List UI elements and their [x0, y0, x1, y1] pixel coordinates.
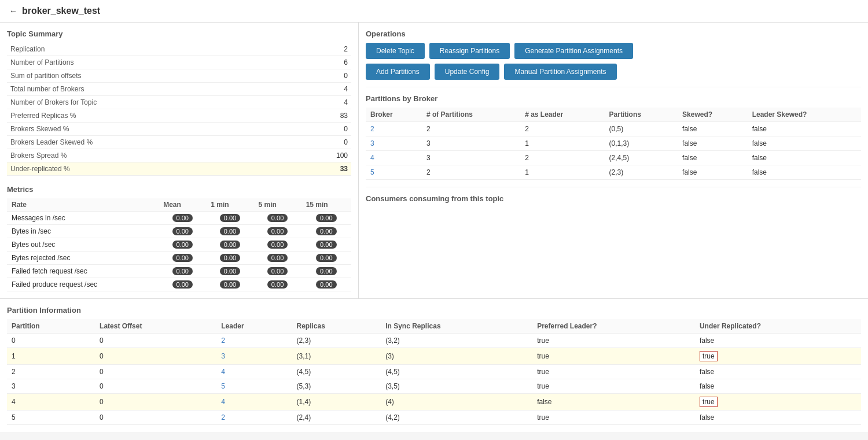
summary-label: Brokers Spread % [7, 149, 214, 162]
broker-num-partitions: 3 [422, 151, 520, 165]
summary-row: Sum of partition offsets0 [7, 69, 351, 83]
operations-row1: Delete Topic Reassign Partitions Generat… [366, 43, 861, 59]
partition-under-replicated: true [695, 394, 861, 411]
under-replicated-badge: true [700, 351, 718, 361]
summary-value: 2 [214, 43, 351, 56]
metrics-row: Failed fetch request /sec0.000.000.000.0… [7, 265, 351, 278]
partition-in-sync: (4) [381, 394, 532, 411]
partition-leader[interactable]: 2 [216, 334, 292, 348]
metrics-badge: 0.00 [316, 214, 336, 222]
partition-id: 4 [7, 394, 95, 411]
broker-skewed: false [678, 136, 748, 151]
metrics-badge: 0.00 [316, 227, 336, 235]
partition-latest-offset: 0 [95, 411, 216, 425]
partition-replicas: (2,4) [292, 411, 381, 425]
metrics-value: 0.00 [301, 225, 351, 238]
partition-preferred-leader: true [532, 365, 695, 379]
metrics-badge: 0.00 [172, 267, 193, 275]
broker-col-leader-skewed: Leader Skewed? [748, 108, 861, 122]
partition-leader[interactable]: 4 [216, 394, 292, 411]
broker-skewed: false [678, 151, 748, 165]
metrics-value: 0.00 [206, 238, 253, 252]
consumers-title: Consumers consuming from this topic [366, 194, 861, 203]
summary-label: Under-replicated % [7, 162, 214, 176]
summary-label: Preferred Replicas % [7, 109, 214, 123]
broker-partitions: (2,3) [605, 165, 678, 180]
summary-value: 0 [214, 123, 351, 136]
generate-partition-assignments-button[interactable]: Generate Partition Assignments [514, 43, 633, 59]
partition-in-sync: (3) [381, 348, 532, 365]
delete-topic-button[interactable]: Delete Topic [366, 43, 425, 59]
partition-in-sync: (3,2) [381, 334, 532, 348]
partition-replicas: (1,4) [292, 394, 381, 411]
main-content: Topic Summary Replication2Number of Part… [0, 23, 868, 298]
metrics-badge: 0.00 [220, 280, 240, 289]
metrics-label: Bytes rejected /sec [7, 252, 159, 265]
metrics-table: Rate Mean 1 min 5 min 15 min Messages in… [7, 198, 351, 291]
metrics-value: 0.00 [159, 252, 206, 265]
broker-col-skewed: Skewed? [678, 108, 748, 122]
right-panel: Operations Delete Topic Reassign Partiti… [359, 23, 868, 298]
partition-leader[interactable]: 4 [216, 365, 292, 379]
metrics-badge: 0.00 [220, 267, 240, 275]
metrics-value: 0.00 [159, 278, 206, 291]
partition-preferred-leader: false [532, 394, 695, 411]
summary-value: 0 [214, 69, 351, 83]
metrics-label: Failed produce request /sec [7, 278, 159, 291]
partition-leader[interactable]: 3 [216, 348, 292, 365]
partition-leader[interactable]: 5 [216, 379, 292, 394]
broker-id[interactable]: 5 [366, 165, 422, 180]
metrics-badge: 0.00 [316, 267, 336, 275]
metrics-badge: 0.00 [267, 227, 288, 235]
metrics-badge: 0.00 [172, 214, 193, 222]
partition-table: Partition Latest Offset Leader Replicas … [7, 319, 861, 425]
broker-id[interactable]: 4 [366, 151, 422, 165]
summary-label: Brokers Leader Skewed % [7, 136, 214, 149]
partition-leader[interactable]: 2 [216, 411, 292, 425]
partition-latest-offset: 0 [95, 394, 216, 411]
update-config-button[interactable]: Update Config [435, 64, 500, 80]
metrics-badge: 0.00 [220, 214, 240, 222]
metrics-col-5min: 5 min [254, 198, 301, 212]
summary-value: 4 [214, 83, 351, 96]
metrics-badge: 0.00 [267, 254, 288, 262]
part-col-in-sync: In Sync Replicas [381, 319, 532, 334]
broker-as-leader: 2 [520, 151, 604, 165]
summary-row: Number of Brokers for Topic4 [7, 96, 351, 109]
reassign-partitions-button[interactable]: Reassign Partitions [429, 43, 510, 59]
metrics-badge: 0.00 [172, 254, 193, 262]
metrics-col-15min: 15 min [301, 198, 351, 212]
broker-id[interactable]: 2 [366, 122, 422, 136]
partition-in-sync: (4,2) [381, 411, 532, 425]
summary-label: Number of Partitions [7, 56, 214, 69]
metrics-label: Bytes out /sec [7, 238, 159, 252]
partitions-by-broker-title: Partitions by Broker [366, 94, 861, 103]
left-panel: Topic Summary Replication2Number of Part… [0, 23, 359, 298]
manual-partition-assignments-button[interactable]: Manual Partition Assignments [504, 64, 616, 80]
metrics-col-1min: 1 min [206, 198, 253, 212]
partition-row: 404(1,4)(4)falsetrue [7, 394, 861, 411]
metrics-badge: 0.00 [172, 227, 193, 235]
metrics-value: 0.00 [254, 238, 301, 252]
summary-row: Brokers Leader Skewed %0 [7, 136, 351, 149]
back-button[interactable]: ← [9, 6, 17, 16]
partition-id: 3 [7, 379, 95, 394]
top-bar: ← broker_skew_test [0, 0, 868, 23]
partition-row: 204(4,5)(4,5)truefalse [7, 365, 861, 379]
metrics-badge: 0.00 [267, 280, 288, 289]
metrics-value: 0.00 [159, 265, 206, 278]
broker-as-leader: 1 [520, 165, 604, 180]
metrics-value: 0.00 [301, 238, 351, 252]
metrics-value: 0.00 [301, 252, 351, 265]
metrics-badge: 0.00 [267, 214, 288, 222]
metrics-value: 0.00 [159, 225, 206, 238]
metrics-value: 0.00 [206, 225, 253, 238]
metrics-value: 0.00 [301, 265, 351, 278]
partition-replicas: (3,1) [292, 348, 381, 365]
metrics-value: 0.00 [159, 238, 206, 252]
add-partitions-button[interactable]: Add Partitions [366, 64, 430, 80]
broker-skewed: false [678, 165, 748, 180]
broker-id[interactable]: 3 [366, 136, 422, 151]
broker-col-broker: Broker [366, 108, 422, 122]
topic-summary-table: Replication2Number of Partitions6Sum of … [7, 43, 351, 176]
